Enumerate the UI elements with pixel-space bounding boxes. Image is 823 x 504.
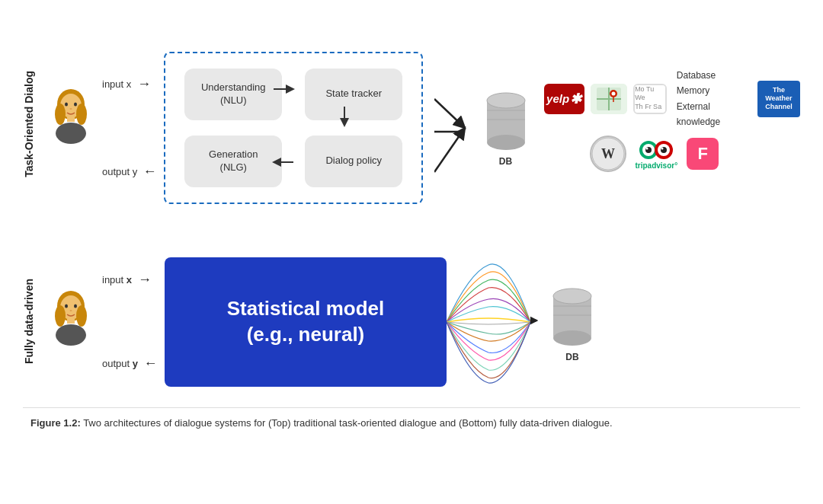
tripadvisor-text: tripadvisor° (636, 161, 678, 170)
state-tracker-module: State tracker (305, 69, 402, 120)
caption-figure-label: Figure 1.2: (30, 417, 81, 429)
bottom-db-svg (546, 281, 599, 349)
bottom-db-label: DB (565, 352, 578, 362)
calendar-icon: Mo Tu WeTh Fr SaSu (633, 84, 667, 114)
top-output-arrow: → (143, 164, 157, 180)
bottom-side-label: Fully data-driven (23, 279, 35, 364)
top-input-label: input x → (102, 76, 161, 92)
svg-point-22 (611, 91, 615, 95)
nlu-module: Understanding(NLU) (184, 69, 282, 120)
nlg-module: Generation(NLG) (184, 136, 282, 187)
svg-point-7 (74, 103, 77, 107)
statistical-model-box: Statistical model(e.g., neural) (165, 257, 447, 387)
top-db-label: DB (499, 156, 512, 167)
svg-point-37 (56, 324, 86, 346)
svg-point-38 (55, 305, 66, 327)
caption: Figure 1.2: Two architectures of dialogu… (23, 407, 800, 432)
top-input-arrow: → (137, 76, 151, 92)
svg-point-8 (69, 108, 72, 110)
svg-rect-2 (67, 116, 75, 122)
top-output-label: output y → (102, 164, 161, 180)
neural-wires (447, 257, 530, 387)
db-memory-labels: Database Memory External knowledge (677, 68, 754, 130)
bottom-io-labels: input x → output y → (102, 261, 162, 383)
svg-point-33 (661, 147, 664, 149)
main-container: Task-Oriented Dialog (0, 0, 823, 504)
bottom-db: DB (546, 281, 599, 362)
dialog-policy-module: Dialog policy (305, 136, 402, 187)
top-db: DB (479, 85, 533, 167)
bottom-output-label: output y → (102, 356, 162, 372)
top-side-label: Task-Oriented Dialog (23, 71, 35, 177)
top-section: Task-Oriented Dialog (23, 15, 800, 232)
top-db-svg (479, 85, 533, 154)
services-bottom-row: W tripadvisor (590, 136, 801, 172)
connection-arrows-svg (434, 63, 480, 193)
neural-wires-svg (447, 257, 530, 387)
bottom-arrow-svg (530, 256, 538, 385)
bottom-to-db-arrow (530, 256, 538, 388)
bottom-input-label: input x → (102, 272, 162, 288)
svg-point-14 (487, 135, 525, 150)
caption-text: Two architectures of dialogue systems fo… (83, 417, 612, 429)
tripadvisor-logo: tripadvisor° (636, 139, 678, 170)
tripadvisor-svg (637, 139, 675, 161)
svg-point-4 (55, 104, 66, 125)
services-top-row: yelp ✱ (544, 68, 801, 130)
weather-and-labels: Database Memory External knowledge The W… (673, 68, 800, 130)
top-io-labels: input x → output y → (102, 63, 161, 193)
svg-rect-36 (67, 317, 75, 324)
bottom-section: Fully data-driven input x → (23, 240, 800, 404)
svg-point-40 (65, 305, 68, 308)
svg-point-5 (76, 104, 87, 125)
top-avatar (44, 86, 98, 155)
wiki-svg: W (591, 137, 625, 171)
svg-point-39 (76, 305, 87, 327)
svg-point-45 (553, 289, 591, 304)
svg-text:W: W (601, 146, 615, 161)
box-to-db-arrows (434, 63, 479, 193)
dashed-module-box: Understanding(NLU) State tracker Generat… (164, 52, 423, 204)
wikipedia-icon: W (590, 136, 626, 172)
map-icon (591, 84, 627, 114)
svg-point-42 (69, 310, 72, 311)
yelp-logo: yelp ✱ (544, 84, 584, 114)
cal-body: Mo Tu WeTh Fr SaSu (635, 85, 665, 114)
bottom-input-arrow: → (138, 272, 152, 288)
bottom-avatar (44, 288, 98, 356)
svg-point-3 (56, 123, 86, 144)
map-svg (591, 84, 627, 114)
services-area: yelp ✱ (544, 68, 801, 173)
svg-point-13 (487, 93, 525, 108)
weather-channel-logo: The Weather Channel (757, 81, 800, 117)
svg-point-46 (553, 330, 591, 346)
svg-point-6 (65, 103, 68, 107)
bottom-output-arrow: → (144, 356, 158, 372)
foursquare-logo: F (687, 138, 719, 170)
svg-point-32 (646, 147, 648, 149)
svg-point-41 (74, 305, 77, 308)
